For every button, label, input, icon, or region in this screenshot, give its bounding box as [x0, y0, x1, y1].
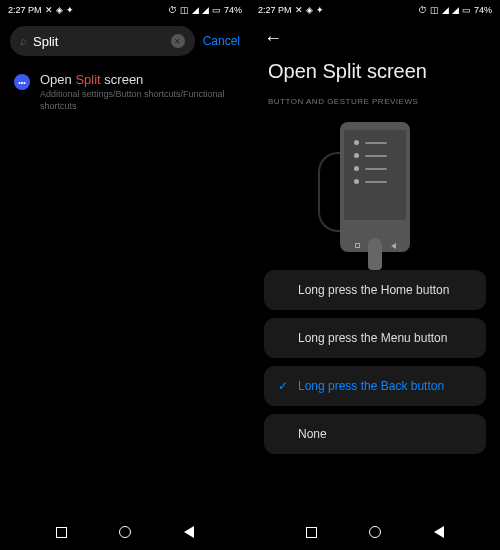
result-title-pre: Open [40, 72, 75, 87]
search-query: Split [33, 34, 165, 49]
status-bar: 2:27 PM ✕ ◈ ✦ ⏱ ◫ ◢ ◢ ▭ 74% [250, 0, 500, 20]
status-bar: 2:27 PM ✕ ◈ ✦ ⏱ ◫ ◢ ◢ ▭ 74% [0, 0, 250, 20]
option-label: None [298, 427, 327, 441]
options-list: Long press the Home button Long press th… [250, 256, 500, 454]
search-row: ⌕ Split ✕ Cancel [0, 20, 250, 62]
signal-icon: ◢ [452, 5, 459, 15]
status-icon: ✕ [45, 5, 53, 15]
wifi-icon: ◢ [442, 5, 449, 15]
signal-icon: ◢ [202, 5, 209, 15]
gesture-preview [250, 116, 500, 256]
status-time: 2:27 PM [258, 5, 292, 15]
status-icon: ✕ [295, 5, 303, 15]
battery-percent: 74% [224, 5, 242, 15]
home-button[interactable] [119, 526, 131, 538]
header: ← [250, 20, 500, 56]
back-button[interactable] [434, 526, 444, 538]
recents-button[interactable] [306, 527, 317, 538]
preview-back-icon [390, 242, 397, 249]
status-icon: ◫ [180, 5, 189, 15]
result-path: Additional settings/Button shortcuts/Fun… [40, 89, 236, 112]
finger-illustration [368, 238, 382, 270]
result-app-icon: ••• [14, 74, 30, 90]
search-result[interactable]: ••• Open Split screen Additional setting… [0, 62, 250, 122]
section-label: BUTTON AND GESTURE PREVIEWS [250, 93, 500, 116]
search-screen: 2:27 PM ✕ ◈ ✦ ⏱ ◫ ◢ ◢ ▭ 74% ⌕ Split ✕ Ca… [0, 0, 250, 550]
option-long-press-home[interactable]: Long press the Home button [264, 270, 486, 310]
status-icon: ◫ [430, 5, 439, 15]
result-title-post: screen [101, 72, 144, 87]
search-input[interactable]: ⌕ Split ✕ [10, 26, 195, 56]
nav-bar [250, 514, 500, 550]
cancel-button[interactable]: Cancel [203, 34, 240, 48]
home-button[interactable] [369, 526, 381, 538]
recents-button[interactable] [56, 527, 67, 538]
status-icon: ✦ [316, 5, 324, 15]
battery-icon: ▭ [462, 5, 471, 15]
result-title: Open Split screen [40, 72, 236, 87]
option-none[interactable]: None [264, 414, 486, 454]
option-label: Long press the Home button [298, 283, 449, 297]
option-label: Long press the Menu button [298, 331, 447, 345]
status-icon: ✦ [66, 5, 74, 15]
battery-percent: 74% [474, 5, 492, 15]
battery-icon: ▭ [212, 5, 221, 15]
option-long-press-menu[interactable]: Long press the Menu button [264, 318, 486, 358]
alarm-icon: ⏱ [168, 5, 177, 15]
preview-recents-icon [354, 242, 361, 249]
back-button[interactable] [184, 526, 194, 538]
option-long-press-back[interactable]: ✓ Long press the Back button [264, 366, 486, 406]
hand-illustration [318, 152, 340, 232]
status-time: 2:27 PM [8, 5, 42, 15]
phone-preview [340, 122, 410, 252]
nav-bar [0, 514, 250, 550]
status-icon: ◈ [56, 5, 63, 15]
settings-detail-screen: 2:27 PM ✕ ◈ ✦ ⏱ ◫ ◢ ◢ ▭ 74% ← Open Split… [250, 0, 500, 550]
back-arrow-icon[interactable]: ← [264, 28, 282, 49]
search-icon: ⌕ [20, 34, 27, 48]
checkmark-icon: ✓ [278, 379, 290, 393]
wifi-icon: ◢ [192, 5, 199, 15]
clear-icon[interactable]: ✕ [171, 34, 185, 48]
page-title: Open Split screen [250, 56, 500, 93]
alarm-icon: ⏱ [418, 5, 427, 15]
option-label: Long press the Back button [298, 379, 444, 393]
result-title-highlight: Split [75, 72, 100, 87]
status-icon: ◈ [306, 5, 313, 15]
